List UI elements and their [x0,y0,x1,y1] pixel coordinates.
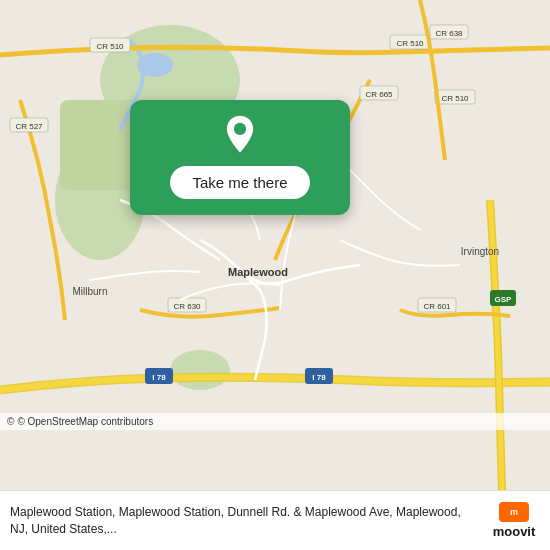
location-pin-icon [219,114,261,156]
moovit-logo-icon: m [499,502,529,522]
svg-text:CR 510: CR 510 [96,42,124,51]
moovit-logo-text: moovit [493,524,536,539]
svg-text:GSP: GSP [495,295,513,304]
attribution-text: © OpenStreetMap contributors [17,416,153,427]
svg-text:CR 630: CR 630 [173,302,201,311]
svg-text:Irvington: Irvington [461,246,499,257]
map-container: I 78 I 78 GSP CR 510 CR 510 CR 510 CR 63… [0,0,550,490]
copyright-symbol: © [7,416,14,427]
svg-text:CR 510: CR 510 [396,39,424,48]
attribution-bar: © © OpenStreetMap contributors [0,413,550,430]
popup-card: Take me there [130,100,350,215]
svg-text:I 78: I 78 [312,373,326,382]
location-description: Maplewood Station, Maplewood Station, Du… [10,504,482,538]
moovit-logo: m moovit [488,502,540,539]
svg-text:CR 527: CR 527 [15,122,43,131]
svg-text:CR 665: CR 665 [365,90,393,99]
svg-text:Millburn: Millburn [72,286,107,297]
svg-text:I 78: I 78 [152,373,166,382]
svg-point-5 [137,53,173,77]
svg-point-31 [234,123,246,135]
svg-text:CR 638: CR 638 [435,29,463,38]
svg-text:CR 601: CR 601 [423,302,451,311]
svg-text:Maplewood: Maplewood [228,266,288,278]
svg-text:CR 510: CR 510 [441,94,469,103]
take-me-there-button[interactable]: Take me there [170,166,309,199]
svg-point-4 [170,350,230,390]
bottom-bar: Maplewood Station, Maplewood Station, Du… [0,490,550,550]
